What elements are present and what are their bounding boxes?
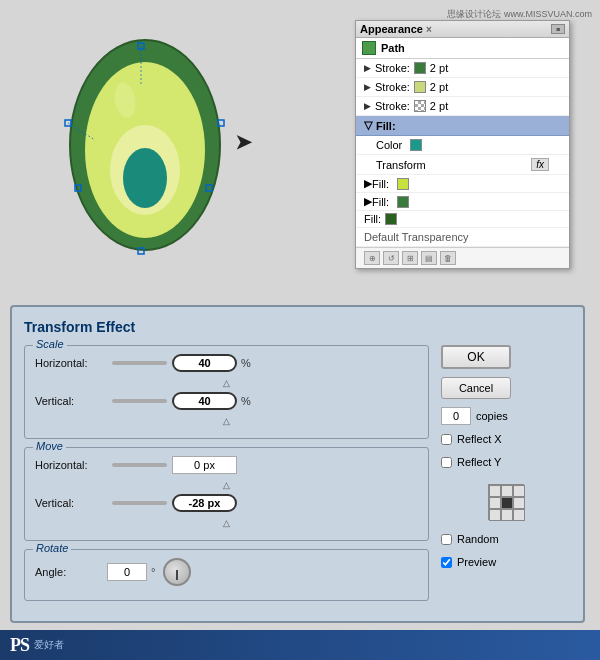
move-h-slider-marker: △: [35, 480, 418, 490]
reflect-y-checkbox[interactable]: [441, 457, 452, 468]
ok-button[interactable]: OK: [441, 345, 511, 369]
panel-titlebar: Appearance × ≡: [356, 21, 569, 38]
scale-group: Scale Horizontal: % △ Vertical:: [24, 345, 429, 439]
ps-logo: PS: [10, 635, 29, 656]
dialog-right: OK Cancel copies Reflect X Reflect Y: [441, 345, 571, 609]
footer-icons: ⊕ ↺ ⊞ ▤ 🗑: [364, 251, 456, 265]
transform-label: Transform: [376, 159, 426, 171]
reflect-x-row: Reflect X: [441, 433, 571, 445]
scale-horizontal-row: Horizontal: %: [35, 354, 418, 372]
stroke-label-3: Stroke:: [375, 100, 410, 112]
panel-content: ▶ Stroke: 2 pt ▶ Stroke: 2 pt ▶ Stroke: …: [356, 59, 569, 268]
scale-h-unit: %: [241, 357, 251, 369]
tg-cell-6: [513, 497, 525, 509]
footer-icon-2[interactable]: ↺: [383, 251, 399, 265]
rotate-group: Rotate Angle: °: [24, 549, 429, 601]
transform-grid[interactable]: [488, 484, 524, 520]
reflect-x-checkbox[interactable]: [441, 434, 452, 445]
ps-bar: PS 爱好者: [0, 630, 600, 660]
cancel-button[interactable]: Cancel: [441, 377, 511, 399]
stroke-value-3: 2 pt: [430, 100, 448, 112]
rotate-knob[interactable]: [163, 558, 191, 586]
tg-cell-3: [513, 485, 525, 497]
scale-h-input[interactable]: [172, 354, 237, 372]
fill-item-3: Fill:: [356, 211, 569, 228]
fill-arrow-1: ▶: [364, 177, 372, 190]
copies-label: copies: [476, 410, 508, 422]
move-horizontal-row: Horizontal:: [35, 456, 418, 474]
stroke-arrow-3: ▶: [364, 101, 371, 111]
preview-checkbox[interactable]: [441, 557, 452, 568]
scale-v-slider-marker: △: [35, 416, 418, 426]
transform-row: Transform fx: [356, 155, 569, 175]
fill-row-highlighted: ▽ Fill:: [356, 116, 569, 136]
stroke-arrow-2: ▶: [364, 82, 371, 92]
fill-label: Fill:: [376, 120, 396, 132]
footer-icon-4[interactable]: ▤: [421, 251, 437, 265]
fill-swatch-1: [397, 178, 409, 190]
fill-item-2: ▶ Fill:: [356, 193, 569, 211]
angle-unit: °: [151, 566, 155, 578]
scale-group-label: Scale: [33, 338, 67, 350]
path-icon: [362, 41, 376, 55]
stroke-swatch-1: [414, 62, 426, 74]
panel-menu-button[interactable]: ≡: [551, 24, 565, 34]
scale-vertical-row: Vertical: %: [35, 392, 418, 410]
dialog-body: Scale Horizontal: % △ Vertical:: [24, 345, 571, 609]
footer-icon-5[interactable]: 🗑: [440, 251, 456, 265]
reflect-y-row: Reflect Y: [441, 456, 571, 468]
random-row: Random: [441, 533, 571, 545]
panel-path-header: Path: [356, 38, 569, 59]
dialog-left: Scale Horizontal: % △ Vertical:: [24, 345, 429, 609]
scale-h-slider-marker: △: [35, 378, 418, 388]
panel-buttons: ≡: [551, 24, 565, 34]
fill-item-label-1: Fill:: [372, 178, 389, 190]
move-group-label: Move: [33, 440, 66, 452]
preview-label: Preview: [457, 556, 496, 568]
appearance-panel: Appearance × ≡ Path ▶ Stroke: 2 pt ▶ Str…: [355, 20, 570, 269]
move-v-slider[interactable]: [112, 501, 167, 505]
fill-arrow-2: ▶: [364, 195, 372, 208]
angle-label: Angle:: [35, 566, 107, 578]
stroke-swatch-3: [414, 100, 426, 112]
scale-h-slider[interactable]: [112, 361, 167, 365]
scale-v-unit: %: [241, 395, 251, 407]
move-h-input[interactable]: [172, 456, 237, 474]
rotate-angle-row: Angle: °: [35, 558, 418, 586]
footer-icon-1[interactable]: ⊕: [364, 251, 380, 265]
scale-v-label: Vertical:: [35, 395, 107, 407]
move-vertical-row: Vertical:: [35, 494, 418, 512]
footer-icon-3[interactable]: ⊞: [402, 251, 418, 265]
angle-input[interactable]: [107, 563, 147, 581]
transform-dialog: Transform Effect Scale Horizontal: %: [10, 305, 585, 623]
move-h-slider[interactable]: [112, 463, 167, 467]
dialog-title: Transform Effect: [24, 319, 571, 335]
stroke-swatch-2: [414, 81, 426, 93]
panel-footer: ⊕ ↺ ⊞ ▤ 🗑: [356, 247, 569, 268]
scale-h-label: Horizontal:: [35, 357, 107, 369]
fill-swatch-2: [397, 196, 409, 208]
fill-item-label-2: Fill:: [372, 196, 389, 208]
fx-button[interactable]: fx: [531, 158, 549, 171]
tg-cell-center: [501, 497, 513, 509]
panel-close-x[interactable]: ×: [426, 24, 432, 35]
random-checkbox[interactable]: [441, 534, 452, 545]
stroke-label-2: Stroke:: [375, 81, 410, 93]
move-v-slider-marker: △: [35, 518, 418, 528]
fill-swatch-3: [385, 213, 397, 225]
scale-v-input[interactable]: [172, 392, 237, 410]
path-label: Path: [381, 42, 405, 54]
tg-cell-9: [513, 509, 525, 521]
fill-dropdown-arrow: ▽: [364, 119, 372, 132]
move-v-label: Vertical:: [35, 497, 107, 509]
stroke-value-2: 2 pt: [430, 81, 448, 93]
copies-input[interactable]: [441, 407, 471, 425]
scale-v-slider[interactable]: [112, 399, 167, 403]
default-transparency-row: Default Transparency: [356, 228, 569, 247]
move-v-input[interactable]: [172, 494, 237, 512]
rotate-group-label: Rotate: [33, 542, 71, 554]
copies-row: copies: [441, 407, 571, 425]
preview-row: Preview: [441, 556, 571, 568]
random-label: Random: [457, 533, 499, 545]
fill-item-1: ▶ Fill:: [356, 175, 569, 193]
